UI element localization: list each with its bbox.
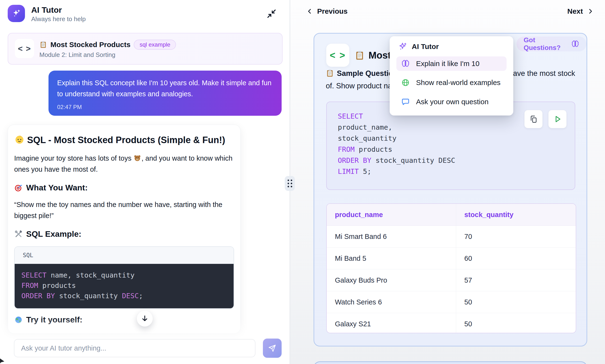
scroll-to-bottom-button[interactable] <box>137 311 153 326</box>
ai-tutor-avatar <box>8 5 25 22</box>
composer-bar <box>0 336 290 364</box>
copy-icon <box>529 115 538 123</box>
collapse-arrows-icon[interactable] <box>266 8 278 20</box>
table-row: Watch Series 650 <box>327 291 576 313</box>
sparkle-icon <box>398 42 407 51</box>
user-message-text: Explain this SQL concept like I'm 10 yea… <box>57 77 276 99</box>
want-text: “Show me the toy names and the number we… <box>14 199 233 221</box>
ask-input[interactable] <box>14 339 256 357</box>
user-message-bubble: Explain this SQL concept like I'm 10 yea… <box>49 71 282 116</box>
table-row: Mi Band 560 <box>327 247 576 269</box>
user-message-time: 02:47 PM <box>57 104 82 110</box>
brain-icon <box>401 59 410 68</box>
popup-header: AI Tutor <box>398 42 439 51</box>
lesson-context-card[interactable]: < > Most Stocked Products sql example Mo… <box>8 33 283 65</box>
code-glyph: < > <box>330 50 346 61</box>
table-cell: 50 <box>456 313 576 333</box>
table-cell: Mi Band 5 <box>327 247 456 269</box>
paper-plane-icon <box>268 344 277 352</box>
got-questions-button[interactable]: Got Questions? <box>516 37 587 51</box>
next-section-panel <box>314 361 587 364</box>
code-line: LIMIT 5; <box>338 166 455 177</box>
response-heading: SQL - Most Stocked Products (Simple & Fu… <box>14 134 233 146</box>
sql-example-badge: sql example <box>134 40 176 50</box>
lesson-module: Module 2: Limit and Sorting <box>39 51 116 59</box>
chat-title: AI Tutor <box>31 5 62 15</box>
clipboard-icon <box>355 51 365 61</box>
sql-code-block: SQL SELECT name, stock_quantityFROM prod… <box>14 246 234 309</box>
chat-subtitle: Always here to help <box>31 15 86 23</box>
chat-header: AI Tutor Always here to help <box>0 0 290 29</box>
response-intro: Imagine your toy store has lots of toys … <box>14 153 233 175</box>
teddy-bear-icon <box>133 154 142 162</box>
query-result-table: product_namestock_quantityMi Smart Band … <box>326 203 576 333</box>
hammer-wrench-icon <box>14 230 23 238</box>
table-row: Galaxy S2150 <box>327 313 576 333</box>
table-cell: Galaxy S21 <box>327 313 456 333</box>
table-header-row: product_namestock_quantity <box>327 204 576 226</box>
chat-bubble-icon <box>401 97 410 106</box>
popup-item-show-real-world-examples[interactable]: Show real-world examples <box>396 76 507 90</box>
send-button[interactable] <box>263 338 282 358</box>
target-icon <box>14 183 23 192</box>
popup-item-explain-like-im-10[interactable]: Explain it like I'm 10 <box>396 56 507 71</box>
code-language-label: SQL <box>15 247 234 264</box>
code-line: SELECT name, stock_quantity <box>21 270 234 280</box>
table-cell: 70 <box>456 226 576 247</box>
clipboard-icon <box>39 41 47 49</box>
chevron-left-icon <box>306 8 313 15</box>
column-header: stock_quantity <box>456 204 576 225</box>
grip-dots-icon <box>288 180 292 187</box>
brain-icon <box>571 40 579 48</box>
code-line: ORDER BY stock_quantity DESC; <box>21 291 234 301</box>
popup-item-ask-your-own-question[interactable]: Ask your own question <box>396 95 507 109</box>
ai-response-card: SQL - Most Stocked Products (Simple & Fu… <box>8 125 241 334</box>
table-cell: 57 <box>456 269 576 291</box>
run-query-button[interactable] <box>548 110 566 128</box>
column-header: product_name <box>327 204 456 225</box>
chat-panel: AI Tutor Always here to help < > <box>0 0 290 364</box>
copy-code-button[interactable] <box>524 110 542 128</box>
app-window: AI Tutor Always here to help < > <box>0 0 605 364</box>
table-row: Galaxy Buds Pro57 <box>327 269 576 291</box>
table-cell: 50 <box>456 291 576 313</box>
next-button[interactable]: Next <box>567 7 594 15</box>
ai-tutor-popup: AI Tutor Explain it like I'm 10 Show <box>390 36 513 116</box>
clipboard-icon <box>326 69 334 77</box>
divider-drag-handle[interactable] <box>285 176 295 191</box>
play-icon <box>553 115 562 123</box>
globe-icon <box>401 78 410 87</box>
previous-button[interactable]: Previous <box>306 7 348 15</box>
code-line: stock_quantity <box>338 133 455 144</box>
example-heading: SQL Example: <box>14 229 233 239</box>
table-cell: Watch Series 6 <box>327 291 456 313</box>
code-body[interactable]: SELECT name, stock_quantityFROM products… <box>15 264 234 308</box>
baby-face-icon <box>14 134 25 144</box>
lesson-title: Most Stocked Products <box>51 40 130 49</box>
sql-query-code[interactable]: SELECTproduct_name,stock_quantityFROM pr… <box>338 111 455 177</box>
sparkle-icon <box>12 9 21 18</box>
code-chip: < > <box>15 39 34 58</box>
lesson-title-row: Most Stocked Products sql example <box>39 40 176 50</box>
table-cell: 60 <box>456 247 576 269</box>
code-line: ORDER BY stock_quantity DESC <box>338 155 455 166</box>
code-line: FROM products <box>21 280 234 291</box>
table-cell: Galaxy Buds Pro <box>327 269 456 291</box>
want-heading: What You Want: <box>14 183 233 192</box>
code-line: product_name, <box>338 122 455 133</box>
code-chip[interactable]: < > <box>326 44 349 67</box>
arrow-down-icon <box>141 314 149 323</box>
code-glyph: < > <box>18 44 31 53</box>
table-cell: Mi Smart Band 6 <box>327 226 456 247</box>
code-line: FROM products <box>338 144 455 155</box>
chevron-right-icon <box>587 8 594 15</box>
table-row: Mi Smart Band 670 <box>327 226 576 247</box>
